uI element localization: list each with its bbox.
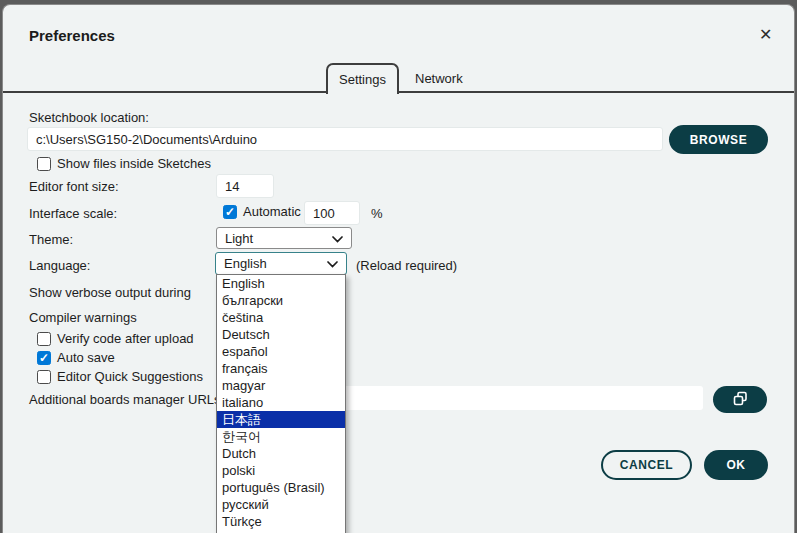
chevron-down-icon bbox=[327, 256, 338, 271]
open-boards-url-editor-button[interactable] bbox=[713, 386, 767, 413]
windows-overlap-icon bbox=[733, 391, 748, 409]
language-select[interactable]: English bbox=[215, 252, 347, 275]
dropdown-option[interactable]: Deutsch bbox=[217, 326, 345, 343]
theme-select-value: Light bbox=[225, 231, 332, 246]
automatic-label: Automatic bbox=[243, 204, 301, 219]
dropdown-option[interactable]: polski bbox=[217, 462, 345, 479]
page-title: Preferences bbox=[29, 27, 115, 44]
preferences-dialog: Preferences ✕ Settings Network Sketchboo… bbox=[2, 4, 795, 533]
show-files-label: Show files inside Sketches bbox=[57, 156, 211, 171]
auto-save-checkbox[interactable] bbox=[37, 351, 51, 365]
chevron-down-icon bbox=[332, 231, 343, 246]
tab-network[interactable]: Network bbox=[415, 71, 463, 86]
theme-label: Theme: bbox=[29, 232, 73, 247]
compiler-warnings-label: Compiler warnings bbox=[29, 310, 137, 325]
dropdown-option[interactable]: magyar bbox=[217, 377, 345, 394]
tab-settings[interactable]: Settings bbox=[326, 63, 399, 94]
editor-font-size-input[interactable] bbox=[216, 174, 274, 198]
automatic-checkbox[interactable] bbox=[223, 205, 237, 219]
dropdown-option[interactable]: български bbox=[217, 292, 345, 309]
browse-button[interactable]: BROWSE bbox=[669, 125, 768, 154]
dropdown-option[interactable]: español bbox=[217, 343, 345, 360]
language-label: Language: bbox=[29, 258, 90, 273]
dropdown-option[interactable]: français bbox=[217, 360, 345, 377]
dropdown-option[interactable]: русский bbox=[217, 496, 345, 513]
interface-scale-label: Interface scale: bbox=[29, 206, 117, 221]
quick-suggestions-label: Editor Quick Suggestions bbox=[57, 369, 203, 384]
show-files-checkbox[interactable] bbox=[37, 157, 51, 171]
quick-suggestions-checkbox[interactable] bbox=[37, 370, 51, 384]
tab-settings-label: Settings bbox=[339, 72, 386, 87]
ok-button[interactable]: OK bbox=[704, 450, 768, 480]
cancel-button[interactable]: CANCEL bbox=[601, 450, 692, 480]
interface-scale-input[interactable] bbox=[304, 201, 360, 225]
language-dropdown-list[interactable]: EnglishбългарскиčeštinaDeutschespañolfra… bbox=[216, 274, 346, 533]
dropdown-option[interactable]: português (Brasil) bbox=[217, 479, 345, 496]
dropdown-option[interactable]: Türkçe bbox=[217, 513, 345, 530]
dropdown-option[interactable]: italiano bbox=[217, 394, 345, 411]
boards-url-label: Additional boards manager URLs: bbox=[29, 392, 224, 407]
sketchbook-location-label: Sketchbook location: bbox=[29, 110, 149, 125]
percent-label: % bbox=[371, 206, 383, 221]
automatic-row: Automatic bbox=[223, 204, 301, 219]
reload-required-note: (Reload required) bbox=[356, 258, 457, 273]
dropdown-option[interactable]: 한국어 bbox=[217, 428, 345, 445]
auto-save-label: Auto save bbox=[57, 350, 115, 365]
editor-font-size-label: Editor font size: bbox=[29, 179, 119, 194]
show-files-row: Show files inside Sketches bbox=[37, 156, 211, 171]
verify-code-label: Verify code after upload bbox=[57, 331, 194, 346]
dropdown-option[interactable]: English bbox=[217, 275, 345, 292]
verbose-output-label: Show verbose output during bbox=[29, 285, 191, 300]
theme-select[interactable]: Light bbox=[216, 227, 352, 249]
sketchbook-location-input[interactable] bbox=[27, 127, 663, 151]
dropdown-option[interactable]: čeština bbox=[217, 309, 345, 326]
dropdown-option[interactable]: 日本語 bbox=[217, 411, 345, 428]
quick-suggestions-row: Editor Quick Suggestions bbox=[37, 369, 203, 384]
verify-code-row: Verify code after upload bbox=[37, 331, 194, 346]
auto-save-row: Auto save bbox=[37, 350, 115, 365]
verify-code-checkbox[interactable] bbox=[37, 332, 51, 346]
close-icon[interactable]: ✕ bbox=[753, 23, 778, 46]
dropdown-option[interactable]: Dutch bbox=[217, 445, 345, 462]
language-select-value: English bbox=[224, 256, 327, 271]
